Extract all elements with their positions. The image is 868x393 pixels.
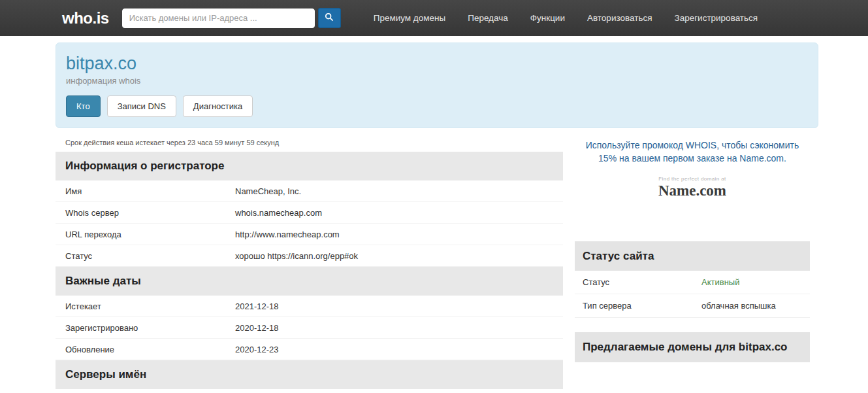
section-header-suggested-domains: Предлагаемые домены для bitpax.co: [575, 332, 810, 362]
tab-dns-records[interactable]: Записи DNS: [107, 95, 176, 117]
nav-login[interactable]: Авторизоваться: [587, 13, 652, 23]
table-row: Статус Активный: [575, 271, 810, 294]
namecom-logo[interactable]: Find the perfect domain at Name.com: [575, 176, 810, 199]
table-row: Статус хорошо https://icann.org/epp#ok: [56, 245, 563, 267]
section-header-site-status: Статус сайта: [575, 241, 810, 271]
hero-subtitle: информация whois: [66, 76, 808, 86]
whois-details-column: Срок действия кеша истекает через 23 час…: [56, 139, 563, 389]
nav-register[interactable]: Зарегистрироваться: [674, 13, 758, 23]
row-label: Whois сервер: [65, 208, 235, 218]
tab-whois[interactable]: Кто: [66, 95, 101, 117]
row-value: whois.namecheap.com: [235, 208, 322, 218]
search-button[interactable]: [318, 8, 341, 28]
hero-tabs: Кто Записи DNS Диагностика: [66, 95, 808, 117]
top-navbar: who.is Премиум домены Передача Функции А…: [0, 0, 868, 36]
whois-logo[interactable]: who.is: [62, 9, 109, 27]
table-row: Имя NameCheap, Inc.: [56, 180, 563, 202]
table-row: Истекает 2021-12-18: [56, 296, 563, 317]
namecom-tagline: Find the perfect domain at: [575, 176, 810, 182]
search-icon: [325, 12, 334, 24]
suggested-domains-section: Предлагаемые домены для bitpax.co: [575, 332, 810, 362]
nav-features[interactable]: Функции: [530, 13, 565, 23]
domain-hero-panel: bitpax.co информация whois Кто Записи DN…: [56, 43, 818, 128]
row-label: Тип сервера: [583, 301, 701, 311]
registrar-section: Информация о регистраторе Имя NameCheap,…: [56, 152, 563, 267]
table-row: Whois сервер whois.namecheap.com: [56, 202, 563, 224]
section-header-dates: Важные даты: [56, 267, 563, 296]
navbar-links: Премиум домены Передача Функции Авторизо…: [374, 13, 758, 23]
row-value: http://www.namecheap.com: [235, 230, 340, 239]
row-label: Зарегистрировано: [65, 323, 235, 333]
sidebar: Используйте промокод WHOIS, чтобы сэконо…: [575, 139, 810, 389]
tab-diagnostics[interactable]: Диагностика: [183, 95, 253, 117]
row-value: NameCheap, Inc.: [235, 186, 301, 196]
section-header-registrar: Информация о регистраторе: [56, 152, 563, 180]
table-row: Зарегистрировано 2020-12-18: [56, 317, 563, 339]
main-content: Срок действия кеша истекает через 23 час…: [56, 139, 818, 389]
namecom-promo-link[interactable]: Используйте промокод WHOIS, чтобы сэконо…: [577, 139, 807, 165]
row-value: 2020-12-18: [235, 323, 279, 333]
search-input[interactable]: [122, 9, 315, 28]
row-value: облачная вспышка: [701, 301, 776, 311]
row-label: Истекает: [65, 301, 235, 311]
status-badge: Активный: [701, 277, 739, 287]
table-row: Обновление 2020-12-23: [56, 339, 563, 360]
table-row: URL перехода http://www.namecheap.com: [56, 224, 563, 245]
row-value: 2021-12-18: [235, 301, 279, 311]
page-title: bitpax.co: [66, 54, 808, 74]
table-row: Тип сервера облачная вспышка: [575, 294, 810, 318]
site-status-section: Статус сайта Статус Активный Тип сервера…: [575, 241, 810, 318]
row-label: URL перехода: [65, 230, 235, 239]
row-value: хорошо https://icann.org/epp#ok: [235, 251, 358, 261]
important-dates-section: Важные даты Истекает 2021-12-18 Зарегист…: [56, 267, 563, 360]
cache-expiry-notice: Срок действия кеша истекает через 23 час…: [65, 139, 563, 146]
row-label: Статус: [583, 277, 701, 287]
nav-premium-domains[interactable]: Премиум домены: [374, 13, 446, 23]
namecom-wordmark: Name.com: [575, 182, 810, 199]
row-label: Обновление: [65, 345, 235, 354]
section-header-nameservers: Серверы имён: [56, 360, 563, 389]
row-label: Имя: [65, 186, 235, 196]
name-servers-section: Серверы имён: [56, 360, 563, 389]
row-label: Статус: [65, 251, 235, 261]
row-value: 2020-12-23: [235, 345, 279, 354]
domain-search-form: [122, 8, 341, 28]
nav-transfer[interactable]: Передача: [468, 13, 508, 23]
